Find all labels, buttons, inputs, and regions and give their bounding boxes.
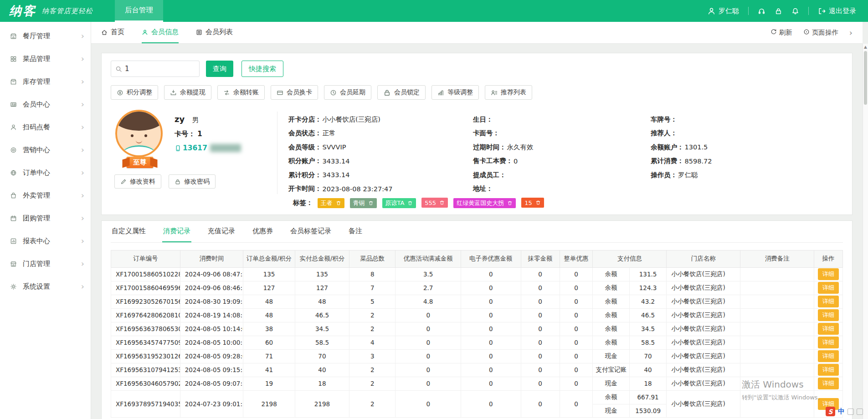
tabbar-right: 刷新 页面操作 › xyxy=(770,28,853,37)
lock-screen-icon[interactable] xyxy=(775,7,782,15)
query-button[interactable]: 查询 xyxy=(206,61,233,77)
balance-transfer-button[interactable]: 余额转账 xyxy=(217,85,265,100)
report-icon xyxy=(10,237,18,245)
rounding-cell: 0 xyxy=(521,390,560,417)
record-tab-recharge-records[interactable]: 充值记录 xyxy=(207,221,236,242)
quick-search-button[interactable]: 快捷搜索 xyxy=(241,61,283,77)
payment-cell: 余额43.2 xyxy=(593,295,667,308)
member-details-column: 生日：卡面号：过期时间：永久有效售卡工本费：0提成员工：地址： xyxy=(473,112,651,196)
edit-profile-button[interactable]: 修改资料 xyxy=(114,174,161,189)
member-name: zy xyxy=(175,114,185,124)
detail-value: 正常 xyxy=(323,129,336,138)
card-swap-button[interactable]: 会员换卡 xyxy=(271,85,318,100)
sidebar-item-report[interactable]: 报表中心› xyxy=(0,230,91,252)
sidebar-item-inventory[interactable]: 库存管理› xyxy=(0,70,91,93)
discount-cell: 4.8 xyxy=(395,295,461,308)
member-gender: 男 xyxy=(192,116,199,123)
tab-member-info[interactable]: 会员信息 xyxy=(142,22,179,43)
remark-cell xyxy=(740,267,814,281)
referral-list-button[interactable]: 推荐列表 xyxy=(485,85,532,100)
detail-button[interactable]: 详细 xyxy=(818,378,839,389)
search-input[interactable] xyxy=(125,65,195,73)
member-delay-button[interactable]: 会员延期 xyxy=(324,85,371,100)
table-row: XF169563046057902...2024-08-05 09:07:361… xyxy=(111,377,843,390)
member-lock-button[interactable]: 会员锁定 xyxy=(377,85,426,100)
action-label: 等级调整 xyxy=(447,88,473,97)
total-cell: 127 xyxy=(243,281,295,295)
payment-line: 现金70 xyxy=(593,350,666,363)
level-adjust-button[interactable]: 等级调整 xyxy=(431,85,479,100)
detail-button[interactable]: 详细 xyxy=(818,296,839,307)
scroll-up-arrow-icon[interactable]: ▲ xyxy=(863,45,868,49)
tab-member-list[interactable]: 会员列表 xyxy=(196,22,233,43)
trash-icon[interactable] xyxy=(336,200,341,206)
record-tab-tag-records[interactable]: 会员标签记录 xyxy=(289,221,332,242)
nav-tab-backend[interactable]: 后台管理 xyxy=(115,0,163,22)
store-cell: 小小餐饮店(三宛店) xyxy=(667,267,740,281)
member-tags-row: 标签： 王者青铜原谅TA555红绿黄蓝国史大拐15 xyxy=(293,198,843,208)
tab-home[interactable]: 首页 xyxy=(101,22,124,43)
time-cell: 2024-07-23 09:01:58 xyxy=(180,390,243,417)
whole-discount-cell: 0 xyxy=(560,349,593,363)
detail-button[interactable]: 详细 xyxy=(818,309,839,321)
collapse-arrow-icon[interactable]: › xyxy=(849,28,853,37)
detail-button[interactable]: 详细 xyxy=(818,337,839,348)
detail-row: 余额账户：1301.5 xyxy=(651,140,843,154)
level-badge: 至尊 xyxy=(127,157,154,168)
sidebar-item-scan-order[interactable]: 扫码点餐› xyxy=(0,116,91,138)
detail-button[interactable]: 详细 xyxy=(818,268,839,280)
sidebar-item-settings[interactable]: 系统设置› xyxy=(0,275,91,298)
app-slogan: 纳客管店更轻松 xyxy=(42,7,93,15)
ecoupon-cell: 0 xyxy=(461,295,521,308)
dishes-cell: 2 xyxy=(349,363,395,377)
scrollbar-thumb[interactable] xyxy=(864,51,867,105)
trash-icon[interactable] xyxy=(407,200,413,206)
vertical-scrollbar[interactable]: ▲ xyxy=(863,44,868,419)
record-tab-consume-records[interactable]: 消费记录 xyxy=(162,221,191,242)
trash-icon[interactable] xyxy=(439,200,445,205)
sidebar-item-member-center[interactable]: 会员中心› xyxy=(0,93,91,116)
notifications-bell-icon[interactable] xyxy=(791,7,799,15)
sidebar-item-dishes[interactable]: 菜品管理› xyxy=(0,47,91,70)
detail-value: 永久有效 xyxy=(507,143,534,152)
sidebar-item-groupbuy[interactable]: 团购管理› xyxy=(0,207,91,230)
edit-password-button[interactable]: 修改密码 xyxy=(169,174,216,189)
logout-button[interactable]: 退出登录 xyxy=(818,7,856,15)
trash-icon[interactable] xyxy=(507,200,513,206)
payment-method: 余额 xyxy=(593,322,629,336)
payment-amount: 70 xyxy=(630,350,666,363)
ime-mode: 中 xyxy=(838,407,845,416)
sidebar-item-store[interactable]: 门店管理› xyxy=(0,252,91,275)
payment-cell: 余额34.5 xyxy=(593,322,667,336)
search-row: 查询 快捷搜索 xyxy=(111,61,843,77)
points-adjust-button[interactable]: 积分调整 xyxy=(111,85,158,100)
store-cell: 小小餐饮店(三宛店) xyxy=(667,281,740,295)
detail-label: 累计消费： xyxy=(651,157,684,165)
record-tab-remarks[interactable]: 备注 xyxy=(348,221,363,242)
sidebar-item-restaurant[interactable]: 餐厅管理› xyxy=(0,25,91,47)
detail-button[interactable]: 详细 xyxy=(818,364,839,376)
user-menu[interactable]: 罗仁聪 xyxy=(708,7,739,15)
chevron-right-icon: › xyxy=(81,169,84,177)
ime-indicator[interactable]: S 中 xyxy=(826,407,863,416)
action-label: 会员锁定 xyxy=(394,88,420,97)
detail-button[interactable]: 详细 xyxy=(818,282,839,294)
store-cell: 小小餐饮店(三宛店) xyxy=(667,377,740,390)
record-tab-custom-attrs[interactable]: 自定义属性 xyxy=(111,221,147,242)
rounding-cell: 0 xyxy=(521,336,560,349)
sidebar-item-order-center[interactable]: 订单中心› xyxy=(0,161,91,184)
detail-button[interactable]: 详细 xyxy=(818,323,839,335)
sidebar-item-takeout[interactable]: 外卖管理› xyxy=(0,184,91,207)
trash-icon[interactable] xyxy=(368,200,374,206)
support-headset-icon[interactable] xyxy=(758,7,765,15)
sidebar-item-marketing[interactable]: 营销中心› xyxy=(0,138,91,161)
consumption-table: 订单编号消费时间订单总金额/积分实付总金额/积分菜品总数优惠活动满减金额电子券优… xyxy=(111,250,843,418)
balance-withdraw-button[interactable]: 余额提现 xyxy=(164,85,211,100)
chevron-right-icon: › xyxy=(81,32,84,40)
detail-label: 售卡工本费： xyxy=(473,157,513,165)
trash-icon[interactable] xyxy=(535,200,541,205)
refresh-button[interactable]: 刷新 xyxy=(770,28,792,37)
page-operations-button[interactable]: 页面操作 xyxy=(803,28,838,37)
record-tab-coupons[interactable]: 优惠券 xyxy=(252,221,274,242)
detail-button[interactable]: 详细 xyxy=(818,350,839,362)
